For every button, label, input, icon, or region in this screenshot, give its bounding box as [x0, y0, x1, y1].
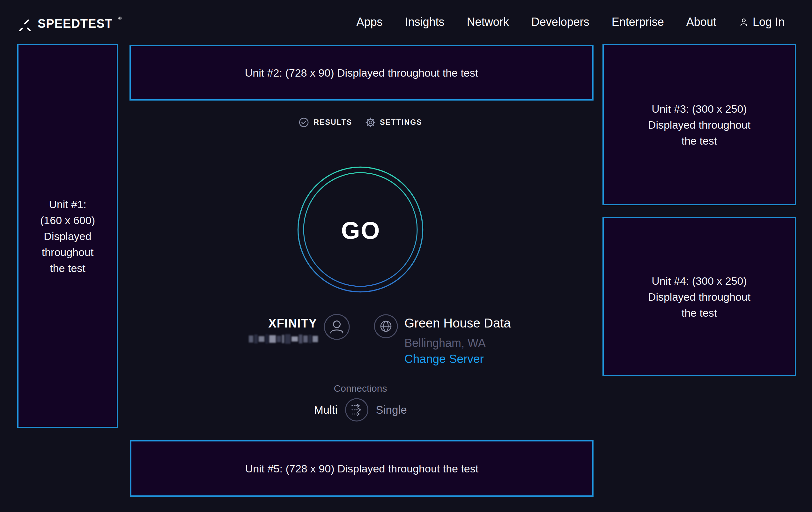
ad-unit-1[interactable]: Unit #1: (160 x 600) Displayed throughou… — [17, 44, 118, 428]
go-button[interactable]: GO — [340, 216, 380, 244]
person-circle-icon — [323, 314, 350, 340]
logo-trademark: ® — [118, 16, 121, 21]
login-label: Log In — [753, 15, 785, 29]
ad-unit-2[interactable]: Unit #2: (728 x 90) Displayed throughout… — [129, 45, 593, 101]
nav-item-insights[interactable]: Insights — [405, 15, 444, 29]
connections-single-option[interactable]: Single — [376, 403, 407, 416]
nav-item-about[interactable]: About — [686, 15, 716, 29]
ad-unit-4[interactable]: Unit #4: (300 x 250) Displayed throughou… — [603, 217, 796, 376]
connections-label: Connections — [334, 383, 387, 394]
main-nav: Apps Insights Network Developers Enterpr… — [356, 15, 785, 29]
person-icon — [738, 17, 749, 27]
ad-unit-4-text: Unit #4: (300 x 250) Displayed throughou… — [648, 273, 750, 321]
ad-unit-2-text: Unit #2: (728 x 90) Displayed throughout… — [245, 65, 478, 81]
server-name: Green House Data — [404, 316, 511, 330]
gear-icon — [366, 117, 375, 127]
nav-item-network[interactable]: Network — [467, 15, 509, 29]
tab-results-label: RESULTS — [314, 118, 352, 127]
connections-toggle-row: Multi Single — [314, 398, 407, 422]
speedometer-gauge-icon — [17, 16, 32, 31]
multi-arrows-circle-icon[interactable] — [344, 398, 369, 422]
speedtest-page: SPEEDTEST ® Apps Insights Network Develo… — [0, 0, 812, 512]
isp-ip-redacted-blur — [249, 334, 318, 344]
server-location: Bellingham, WA — [404, 336, 486, 350]
globe-circle-icon — [374, 314, 398, 339]
change-server-link[interactable]: Change Server — [404, 352, 484, 366]
nav-item-developers[interactable]: Developers — [531, 15, 589, 29]
connections-multi-option[interactable]: Multi — [314, 403, 338, 416]
view-tabs: RESULTS — [298, 117, 422, 128]
tab-settings[interactable]: SETTINGS — [366, 117, 422, 127]
ad-unit-3[interactable]: Unit #3: (300 x 250) Displayed throughou… — [603, 44, 796, 205]
nav-item-enterprise[interactable]: Enterprise — [612, 15, 664, 29]
login-button[interactable]: Log In — [738, 15, 785, 29]
tab-settings-label: SETTINGS — [380, 118, 422, 127]
tab-results[interactable]: RESULTS — [298, 117, 352, 128]
logo-text: SPEEDTEST — [38, 17, 113, 31]
isp-name: XFINITY — [268, 317, 317, 330]
speedtest-logo[interactable]: SPEEDTEST ® — [17, 16, 121, 31]
ad-unit-1-text: Unit #1: (160 x 600) Displayed throughou… — [40, 196, 95, 276]
check-circle-icon — [298, 117, 309, 128]
ad-unit-3-text: Unit #3: (300 x 250) Displayed throughou… — [648, 101, 750, 149]
ad-unit-5[interactable]: Unit #5: (728 x 90) Displayed throughout… — [130, 440, 593, 497]
nav-item-apps[interactable]: Apps — [356, 15, 382, 29]
ad-unit-5-text: Unit #5: (728 x 90) Displayed throughout… — [245, 461, 478, 477]
